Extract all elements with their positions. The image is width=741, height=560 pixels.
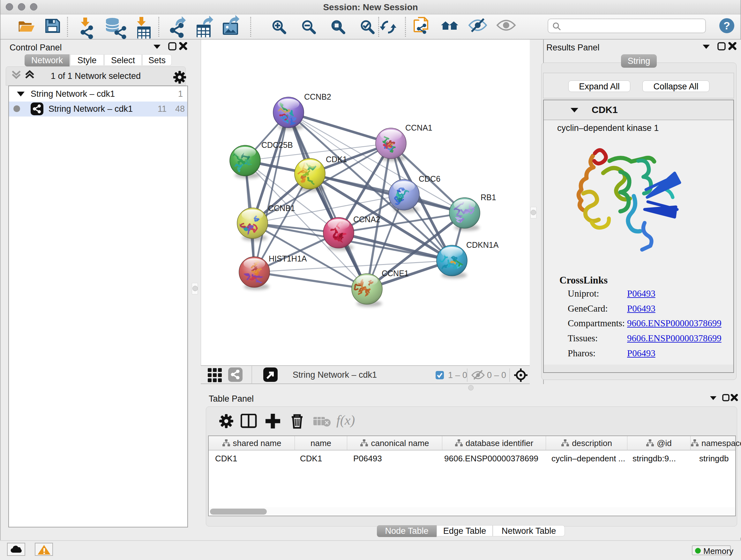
svg-text:RB1: RB1 bbox=[481, 193, 496, 202]
svg-text:CDKN1A: CDKN1A bbox=[466, 240, 499, 249]
svg-text:CCNE1: CCNE1 bbox=[382, 269, 409, 278]
svg-text:CCNA1: CCNA1 bbox=[405, 123, 432, 132]
svg-text:CCNB1: CCNB1 bbox=[268, 204, 295, 212]
svg-text:HIST1H1A: HIST1H1A bbox=[269, 254, 307, 263]
svg-text:CDC6: CDC6 bbox=[419, 174, 441, 183]
svg-text:CCNB2: CCNB2 bbox=[304, 92, 331, 101]
svg-text:CDK1: CDK1 bbox=[326, 155, 347, 164]
svg-text:CCNA2: CCNA2 bbox=[353, 215, 381, 224]
svg-text:CDC25B: CDC25B bbox=[261, 140, 293, 149]
